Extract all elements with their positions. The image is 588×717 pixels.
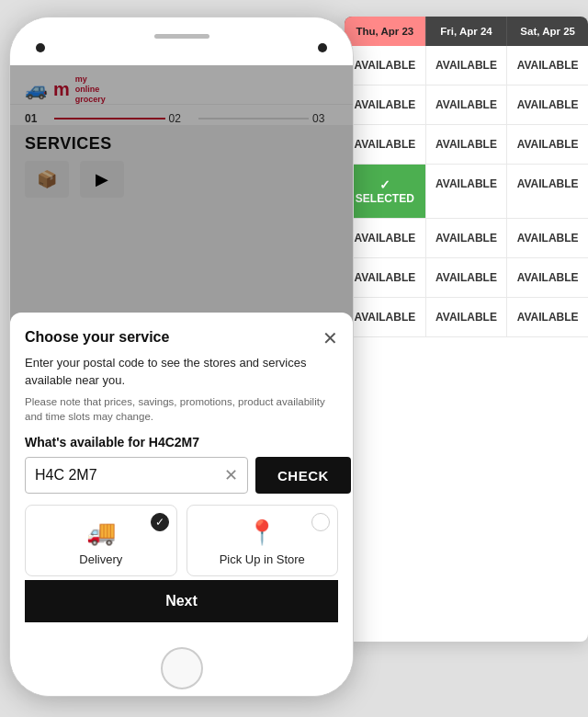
calendar-cell[interactable]: AVAILABLE [507, 46, 588, 85]
calendar-cell[interactable]: AVAILABLE [507, 85, 588, 124]
calendar-cell[interactable]: AVAILABLE [507, 258, 588, 297]
phone-frame: 🚙 m myonlinegrocery 01 02 03 SERVICES 📦 … [9, 17, 354, 697]
col-header-fri: Fri, Apr 24 [426, 17, 508, 46]
col-header-sat: Sat, Apr 25 [507, 17, 588, 46]
calendar-cell[interactable]: AVAILABLE [426, 219, 508, 257]
phone-top-bar [10, 17, 353, 65]
calendar-cell[interactable]: AVAILABLE [345, 298, 426, 336]
calendar-cell[interactable]: AVAILABLE [345, 85, 426, 124]
modal-sheet: Choose your service ✕ Enter your postal … [10, 313, 353, 641]
calendar-cell[interactable]: AVAILABLE [345, 46, 426, 85]
postal-label: What's available for H4C2M7 [25, 435, 338, 450]
calendar-row[interactable]: AVAILABLEAVAILABLEAVAILABLE [345, 125, 588, 165]
modal-close-button[interactable]: ✕ [322, 327, 338, 349]
next-button-bar[interactable]: Next [25, 580, 338, 622]
postal-input-wrap: ✕ [25, 457, 248, 494]
calendar-cell[interactable]: AVAILABLE [426, 46, 508, 85]
calendar-cell[interactable]: AVAILABLE [426, 165, 508, 218]
calendar-row[interactable]: ✓SELECTEDAVAILABLEAVAILABLE [345, 165, 588, 219]
clear-input-button[interactable]: ✕ [219, 465, 238, 485]
camera-left [36, 43, 45, 52]
calendar-cell[interactable]: AVAILABLE [507, 298, 588, 336]
calendar-cell[interactable]: ✓SELECTED [345, 165, 426, 218]
calendar-row[interactable]: AVAILABLEAVAILABLEAVAILABLE [345, 219, 588, 258]
modal-description: Enter your postal code to see the stores… [25, 355, 338, 388]
pickup-icon: 📍 [247, 518, 277, 547]
col-header-thu: Thu, Apr 23 [345, 17, 426, 46]
pickup-check-circle [311, 513, 330, 531]
calendar-cell[interactable]: AVAILABLE [507, 219, 588, 257]
calendar-row[interactable]: AVAILABLEAVAILABLEAVAILABLE [345, 298, 588, 337]
pickup-label: Pick Up in Store [220, 552, 305, 566]
delivery-label: Delivery [79, 552, 122, 566]
calendar-cell[interactable]: AVAILABLE [345, 258, 426, 297]
delivery-check-circle [151, 513, 169, 531]
modal-overlay: Choose your service ✕ Enter your postal … [10, 65, 353, 641]
calendar-cell[interactable]: AVAILABLE [426, 258, 508, 297]
calendar-cell[interactable]: AVAILABLE [426, 125, 508, 164]
calendar-cell[interactable]: AVAILABLE [426, 85, 508, 124]
calendar-body: AVAILABLEAVAILABLEAVAILABLEAVAILABLEAVAI… [345, 46, 588, 337]
phone-content: 🚙 m myonlinegrocery 01 02 03 SERVICES 📦 … [10, 65, 353, 641]
pickup-option[interactable]: 📍 Pick Up in Store [187, 505, 339, 576]
check-button[interactable]: CHECK [255, 457, 351, 494]
calendar-row[interactable]: AVAILABLEAVAILABLEAVAILABLE [345, 46, 588, 85]
modal-title: Choose your service [25, 329, 338, 346]
calendar-cell[interactable]: AVAILABLE [345, 125, 426, 164]
delivery-option[interactable]: 🚚 Delivery [25, 505, 177, 576]
calendar-row[interactable]: AVAILABLEAVAILABLEAVAILABLE [345, 258, 588, 298]
calendar-cell[interactable]: AVAILABLE [507, 125, 588, 164]
home-button[interactable] [161, 647, 203, 689]
phone-bottom-bar [10, 641, 353, 696]
postal-input[interactable] [35, 458, 219, 493]
calendar-cell[interactable]: AVAILABLE [426, 298, 508, 336]
calendar-row[interactable]: AVAILABLEAVAILABLEAVAILABLE [345, 85, 588, 125]
delivery-icon: 🚚 [86, 518, 116, 547]
service-options: 🚚 Delivery 📍 Pick Up in Store [25, 505, 338, 576]
calendar-panel: Thu, Apr 23 Fri, Apr 24 Sat, Apr 25 AVAI… [345, 17, 588, 642]
calendar-cell[interactable]: AVAILABLE [345, 219, 426, 257]
calendar-cell[interactable]: AVAILABLE [507, 165, 588, 218]
calendar-header: Thu, Apr 23 Fri, Apr 24 Sat, Apr 25 [345, 17, 588, 46]
input-row: ✕ CHECK [25, 457, 338, 494]
phone-speaker [154, 34, 209, 39]
modal-note: Please note that prices, savings, promot… [25, 394, 338, 424]
next-button-label: Next [165, 593, 198, 609]
camera-right [318, 43, 327, 52]
